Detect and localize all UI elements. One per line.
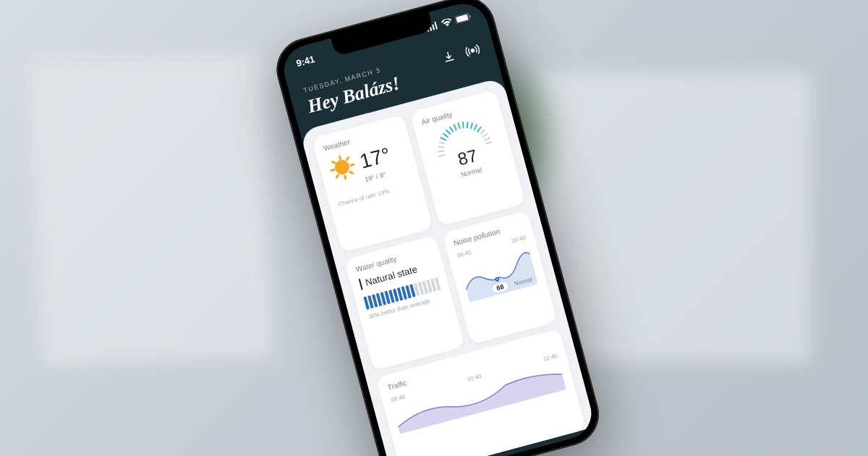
noise-card[interactable]: Noise pollution 08:40 10:40 68 Normal xyxy=(442,211,557,345)
svg-rect-2 xyxy=(469,15,471,18)
sun-icon xyxy=(326,151,358,183)
weather-temp: 17° xyxy=(357,143,393,174)
water-card[interactable]: Water quality Natural state 30% better t… xyxy=(344,235,465,371)
svg-point-3 xyxy=(471,48,475,52)
traffic-time-3: 12:40 xyxy=(542,352,558,363)
download-icon[interactable] xyxy=(440,48,457,65)
traffic-time-2: 10:40 xyxy=(467,373,482,383)
broadcast-icon[interactable] xyxy=(464,42,481,59)
traffic-time-1: 08:40 xyxy=(390,393,406,403)
aqi-gauge-icon xyxy=(432,116,493,161)
weather-rain: Chance of rain: 14% xyxy=(338,182,414,208)
noise-time-start: 08:40 xyxy=(456,249,472,259)
noise-time-end: 10:40 xyxy=(511,235,527,245)
